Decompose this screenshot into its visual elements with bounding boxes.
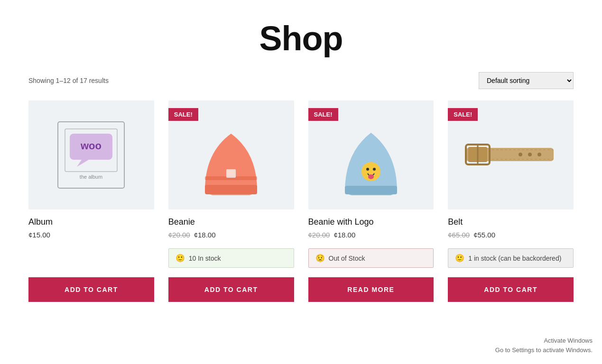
svg-rect-7 xyxy=(205,185,257,194)
price-single-album: ¢15.00 xyxy=(28,231,50,239)
product-card-belt: SALE! Belt¢65.00¢55.00🙂1 in stock (can b… xyxy=(448,100,574,302)
price-row-beanie: ¢20.00¢18.00 xyxy=(168,231,294,239)
page-title: Shop xyxy=(28,0,574,72)
stock-badge-beanie: 🙂10 In stock xyxy=(168,248,294,268)
product-info-beanie-logo: Beanie with Logo¢20.00¢18.00 xyxy=(308,209,434,243)
product-name-belt: Belt xyxy=(448,217,574,227)
stock-text-beanie-logo: Out of Stock xyxy=(329,255,365,262)
sale-badge-beanie-logo: SALE! xyxy=(308,108,338,121)
stock-text-belt: 1 in stock (can be backordered) xyxy=(468,255,561,262)
price-original-beanie: ¢20.00 xyxy=(168,231,190,239)
products-grid: woo the album Album¢15.00ADD TO CARTSALE… xyxy=(28,100,574,302)
product-image-beanie: SALE! xyxy=(168,100,294,209)
price-row-album: ¢15.00 xyxy=(28,231,154,239)
shop-toolbar: Showing 1–12 of 17 results Default sorti… xyxy=(28,72,574,89)
add-to-cart-button-album[interactable]: ADD TO CART xyxy=(28,277,154,302)
price-current-belt: ¢55.00 xyxy=(473,231,495,239)
svg-marker-3 xyxy=(77,160,89,167)
product-image-belt: SALE! xyxy=(448,100,574,209)
svg-point-16 xyxy=(368,174,374,179)
product-name-beanie-logo: Beanie with Logo xyxy=(308,217,434,227)
product-image-beanie-logo: SALE! xyxy=(308,100,434,209)
add-to-cart-button-belt[interactable]: ADD TO CART xyxy=(448,277,574,302)
read-more-button-beanie-logo[interactable]: READ MORE xyxy=(308,277,434,302)
product-name-beanie: Beanie xyxy=(168,217,294,227)
price-original-beanie-logo: ¢20.00 xyxy=(308,231,330,239)
stock-icon-beanie-logo: 😟 xyxy=(315,254,325,263)
stock-badge-beanie-logo: 😟Out of Stock xyxy=(308,248,434,268)
product-card-beanie-logo: SALE! Beanie with Logo¢20.00¢18.00😟Out o… xyxy=(308,100,434,302)
svg-point-22 xyxy=(528,153,532,156)
product-card-beanie: SALE! Beanie¢20.00¢18.00🙂10 In stockADD … xyxy=(168,100,294,302)
stock-badge-belt: 🙂1 in stock (can be backordered) xyxy=(448,248,574,268)
svg-rect-9 xyxy=(226,169,236,178)
price-current-beanie: ¢18.00 xyxy=(194,231,216,239)
product-info-belt: Belt¢65.00¢55.00 xyxy=(448,209,574,243)
add-to-cart-button-beanie[interactable]: ADD TO CART xyxy=(168,277,294,302)
svg-rect-12 xyxy=(345,186,397,194)
product-info-beanie: Beanie¢20.00¢18.00 xyxy=(168,209,294,243)
sale-badge-beanie: SALE! xyxy=(168,108,198,121)
svg-point-15 xyxy=(373,168,376,171)
svg-text:the album: the album xyxy=(80,174,102,180)
results-count: Showing 1–12 of 17 results xyxy=(28,77,109,84)
stock-icon-belt: 🙂 xyxy=(455,254,464,263)
price-current-beanie-logo: ¢18.00 xyxy=(333,231,355,239)
svg-point-14 xyxy=(366,168,369,171)
price-original-belt: ¢65.00 xyxy=(448,231,470,239)
svg-text:woo: woo xyxy=(80,140,102,152)
product-card-album: woo the album Album¢15.00ADD TO CART xyxy=(28,100,154,302)
product-image-album: woo the album xyxy=(28,100,154,209)
sort-select[interactable]: Default sortingSort by popularitySort by… xyxy=(479,72,574,89)
product-name-album: Album xyxy=(28,217,154,227)
stock-icon-beanie: 🙂 xyxy=(176,254,185,263)
price-row-beanie-logo: ¢20.00¢18.00 xyxy=(308,231,434,239)
svg-point-21 xyxy=(519,153,522,156)
sale-badge-belt: SALE! xyxy=(448,108,478,121)
stock-text-beanie: 10 In stock xyxy=(189,255,221,262)
product-info-album: Album¢15.00 xyxy=(28,209,154,273)
svg-point-23 xyxy=(537,153,541,156)
price-row-belt: ¢65.00¢55.00 xyxy=(448,231,574,239)
